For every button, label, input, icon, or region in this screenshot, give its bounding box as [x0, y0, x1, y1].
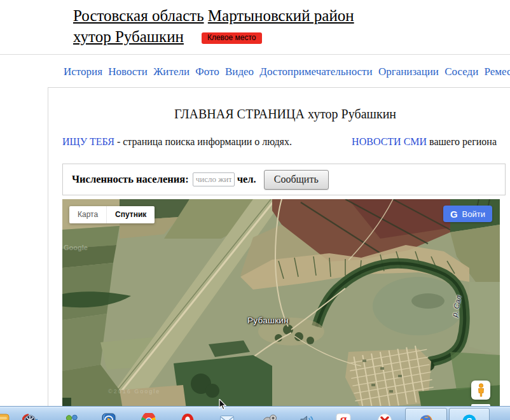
submit-button[interactable]: Сообщить — [264, 170, 329, 190]
yandex-icon[interactable]: Я — [336, 413, 351, 420]
close-x-icon[interactable] — [377, 413, 392, 420]
map-type-satellite-button[interactable]: Спутник — [106, 206, 155, 223]
header-divider — [0, 54, 510, 55]
map-label-rubashkin: Рубашкин — [247, 316, 289, 325]
skype-icon: S — [462, 414, 477, 420]
main-content-box: ГЛАВНАЯ СТРАНИЦА хутор Рубашкин ИЩУ ТЕБЯ… — [48, 87, 510, 420]
search-people-line: ИЩУ ТЕБЯ - страница поиска информации о … — [62, 136, 292, 148]
wmp-icon[interactable] — [102, 413, 117, 420]
folder-icon[interactable] — [0, 413, 10, 420]
svg-text:S: S — [466, 416, 472, 420]
satellite-imagery[interactable] — [62, 199, 500, 409]
looking-for-you-link[interactable]: ИЩУ ТЕБЯ — [62, 136, 114, 147]
map-type-map-button[interactable]: Карта — [69, 206, 106, 223]
map-type-control: Карта Спутник — [69, 206, 155, 223]
mouse-cursor — [219, 399, 228, 411]
media-wheel-icon[interactable] — [22, 413, 38, 420]
map-label-river: р. Сал — [451, 295, 463, 318]
population-label: Численность населения: — [72, 173, 189, 186]
nav-item-photo[interactable]: Фото — [195, 66, 219, 78]
speakers-icon[interactable] — [262, 413, 277, 420]
cool-place-badge[interactable]: Клевое место — [202, 32, 262, 44]
site-header: Ростовская область Мартыновский район ху… — [73, 5, 354, 47]
mail-icon[interactable] — [219, 413, 235, 420]
svg-text:Я: Я — [340, 416, 347, 420]
nav-item-history[interactable]: История — [64, 66, 102, 78]
pegman-icon — [476, 383, 486, 397]
main-nav: История Новости Жители Фото Видео Достоп… — [64, 66, 510, 78]
region-link[interactable]: Ростовская область — [73, 7, 204, 24]
chrome-icon[interactable] — [141, 413, 156, 420]
signin-label: Войти — [462, 209, 485, 219]
pegman-button[interactable] — [471, 381, 490, 400]
population-unit: чел. — [237, 173, 256, 186]
news-line: НОВОСТИ СМИ вашего региона — [352, 136, 497, 148]
page-title: ГЛАВНАЯ СТРАНИЦА хутор Рубашкин — [48, 107, 510, 122]
nav-item-video[interactable]: Видео — [225, 66, 254, 78]
skype-taskbar-button[interactable]: S — [449, 408, 490, 420]
nav-item-news[interactable]: Новости — [108, 66, 148, 78]
google-signin-button[interactable]: G Войти — [443, 206, 492, 222]
search-people-text: - страница поиска информации о людях. — [114, 136, 292, 147]
header-line1: Ростовская область Мартыновский район — [73, 5, 354, 26]
nav-item-neighbors[interactable]: Соседи — [445, 66, 478, 78]
news-region-text: вашего региона — [427, 136, 497, 147]
population-input[interactable] — [193, 172, 235, 186]
district-link[interactable]: Мартыновский район — [208, 7, 354, 24]
population-form: Численность населения: чел. Сообщить — [62, 164, 506, 195]
map-copyright: ©2016 Google — [108, 388, 160, 395]
taskbar: Я S — [0, 406, 510, 420]
satellite-map[interactable]: Google ©2016 Google Рубашкин р. Сал Карт… — [62, 199, 500, 409]
contacts-icon[interactable] — [64, 413, 79, 420]
nav-item-organizations[interactable]: Организации — [378, 66, 439, 78]
volume-icon[interactable] — [299, 413, 314, 420]
opera-icon[interactable] — [180, 413, 195, 420]
news-smi-link[interactable]: НОВОСТИ СМИ — [352, 136, 427, 147]
links-row: ИЩУ ТЕБЯ - страница поиска информации о … — [62, 136, 497, 148]
nav-item-sights[interactable]: Достопримечательности — [259, 66, 372, 78]
map-label-river-wrap: р. Сал — [441, 288, 472, 324]
nav-item-residents[interactable]: Жители — [153, 66, 190, 78]
google-watermark: Google — [64, 244, 88, 251]
place-link[interactable]: хутор Рубашкин — [73, 28, 184, 45]
firefox-icon — [418, 414, 434, 420]
header-line2: хутор РубашкинКлевое место — [73, 26, 354, 47]
nav-item-craft[interactable]: Ремесло — [485, 66, 510, 78]
firefox-taskbar-button[interactable] — [405, 408, 447, 420]
google-g-logo: G — [450, 209, 458, 220]
